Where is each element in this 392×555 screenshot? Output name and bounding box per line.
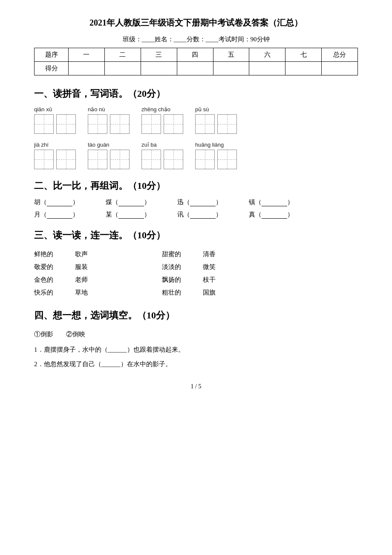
score-header-row: 题序一二三四五六七总分 xyxy=(35,48,358,62)
score-value-cell xyxy=(322,62,358,75)
score-header-cell: 总分 xyxy=(322,48,358,62)
score-header-cell: 题序 xyxy=(35,48,69,62)
char-box xyxy=(88,150,107,169)
score-value-row: 得分 xyxy=(35,62,358,75)
pinyin-item: zuǐ ba xyxy=(141,142,183,169)
word-fill-item: 煤（ ） xyxy=(106,198,157,206)
pinyin-item: nǎo nù xyxy=(88,106,130,134)
section1-title: 一、读拼音，写词语。（20分） xyxy=(34,87,358,100)
word-fill-item: 迅（ ） xyxy=(177,198,228,206)
fill-item: 2．他忽然发现了自己（______）在水中的影子。 xyxy=(34,358,358,370)
char-box xyxy=(141,114,161,134)
score-table: 题序一二三四五六七总分 得分 xyxy=(34,48,358,75)
score-value-cell xyxy=(213,62,249,75)
section4-items: 1．鹿摆摆身子，水中的（______）也跟着摆动起来。2．他忽然发现了自己（__… xyxy=(34,343,358,370)
char-box xyxy=(56,150,76,169)
section1-row2: jià zhítáo guànzuǐ bahuāng liáng xyxy=(34,142,358,169)
pinyin-item: jià zhí xyxy=(34,142,76,169)
score-header-cell: 三 xyxy=(141,48,177,62)
page-title: 2021年人教版三年级语文下册期中考试卷及答案（汇总） xyxy=(34,17,358,29)
connect-row: 敬爱的服装淡淡的微笑 xyxy=(34,260,358,273)
score-value-cell xyxy=(69,62,105,75)
fill-item: 1．鹿摆摆身子，水中的（______）也跟着摆动起来。 xyxy=(34,343,358,356)
score-header-cell: 一 xyxy=(69,48,105,62)
char-box xyxy=(56,114,76,134)
score-header-cell: 五 xyxy=(213,48,249,62)
connect-left2: 服装 xyxy=(75,260,101,273)
section3-title: 三、读一读，连一连。（10分） xyxy=(34,229,358,242)
connect-right1: 粗壮的 xyxy=(162,286,189,299)
section3-content: 鲜艳的歌声甜蜜的清香敬爱的服装淡淡的微笑金色的老师飘扬的枝干快乐的草地粗壮的国旗 xyxy=(34,248,358,299)
char-box xyxy=(141,150,161,169)
score-value-cell xyxy=(285,62,322,75)
connect-left1: 鲜艳的 xyxy=(34,248,61,260)
score-value-cell xyxy=(249,62,285,75)
char-box xyxy=(34,114,54,134)
pinyin-item: qiān xū xyxy=(34,106,76,134)
connect-left2: 歌声 xyxy=(75,248,101,260)
connect-left1: 敬爱的 xyxy=(34,260,61,273)
word-fill-row: 胡（ ）煤（ ）迅（ ）镇（ ） xyxy=(34,198,358,206)
connect-right2: 枝干 xyxy=(203,273,216,286)
word-fill-item: 胡（ ） xyxy=(34,198,85,206)
word-fill-item: 讯（ ） xyxy=(177,211,228,219)
connect-right2: 国旗 xyxy=(203,286,216,299)
score-header-cell: 六 xyxy=(249,48,285,62)
connect-right1: 甜蜜的 xyxy=(162,248,189,260)
score-value-cell xyxy=(104,62,141,75)
word-fill-item: 某（ ） xyxy=(106,211,157,219)
pinyin-item: táo guàn xyxy=(88,142,130,169)
word-fill-item: 月（ ） xyxy=(34,211,85,219)
pinyin-item: zhēng chǎo xyxy=(141,106,183,134)
pinyin-text: nǎo nù xyxy=(88,106,105,113)
pinyin-text: huāng liáng xyxy=(195,142,224,148)
word-fill-item: 真（ ） xyxy=(249,211,300,219)
page-number: 1 / 5 xyxy=(34,383,358,390)
char-box xyxy=(88,114,107,134)
connect-row: 金色的老师飘扬的枝干 xyxy=(34,273,358,286)
connect-left2: 草地 xyxy=(75,286,101,299)
char-box xyxy=(34,150,54,169)
info-line: 班级：____姓名：____分数：____考试时间：90分钟 xyxy=(34,35,358,43)
connect-right1: 飘扬的 xyxy=(162,273,189,286)
pinyin-text: táo guàn xyxy=(88,142,110,148)
word-fill-row: 月（ ）某（ ）讯（ ）真（ ） xyxy=(34,211,358,219)
connect-left2: 老师 xyxy=(75,273,101,286)
pinyin-item: pǔ sù xyxy=(195,106,237,134)
connect-left1: 金色的 xyxy=(34,273,61,286)
char-box xyxy=(164,150,183,169)
pinyin-text: jià zhí xyxy=(34,142,49,148)
pinyin-text: zhēng chǎo xyxy=(141,106,170,113)
section4-title: 四、想一想，选词填空。（10分） xyxy=(34,309,358,322)
score-header-cell: 四 xyxy=(177,48,213,62)
pinyin-text: qiān xū xyxy=(34,106,52,113)
char-box xyxy=(195,150,215,169)
score-value-cell: 得分 xyxy=(35,62,69,75)
connect-row: 快乐的草地粗壮的国旗 xyxy=(34,286,358,299)
pinyin-item: huāng liáng xyxy=(195,142,237,169)
connect-row: 鲜艳的歌声甜蜜的清香 xyxy=(34,248,358,260)
char-box xyxy=(110,114,130,134)
char-box xyxy=(217,114,237,134)
score-header-cell: 七 xyxy=(285,48,322,62)
section2-title: 二、比一比，再组词。（10分） xyxy=(34,179,358,192)
char-box xyxy=(217,150,237,169)
score-value-cell xyxy=(141,62,177,75)
section2-content: 胡（ ）煤（ ）迅（ ）镇（ ）月（ ）某（ ）讯（ ）真（ ） xyxy=(34,198,358,219)
word-fill-item: 镇（ ） xyxy=(249,198,300,206)
char-box xyxy=(110,150,130,169)
score-value-cell xyxy=(177,62,213,75)
score-header-cell: 二 xyxy=(104,48,141,62)
pinyin-text: zuǐ ba xyxy=(141,142,157,148)
char-box xyxy=(164,114,183,134)
connect-right1: 淡淡的 xyxy=(162,260,189,273)
connect-right2: 清香 xyxy=(203,248,216,260)
section4-choices: ①倒影 ②倒映 xyxy=(34,328,358,341)
section1-row1: qiān xūnǎo nùzhēng chǎopǔ sù xyxy=(34,106,358,134)
char-box xyxy=(195,114,215,134)
connect-left1: 快乐的 xyxy=(34,286,61,299)
pinyin-text: pǔ sù xyxy=(195,106,209,113)
section4-content: ①倒影 ②倒映 1．鹿摆摆身子，水中的（______）也跟着摆动起来。2．他忽然… xyxy=(34,328,358,370)
connect-right2: 微笑 xyxy=(203,260,216,273)
